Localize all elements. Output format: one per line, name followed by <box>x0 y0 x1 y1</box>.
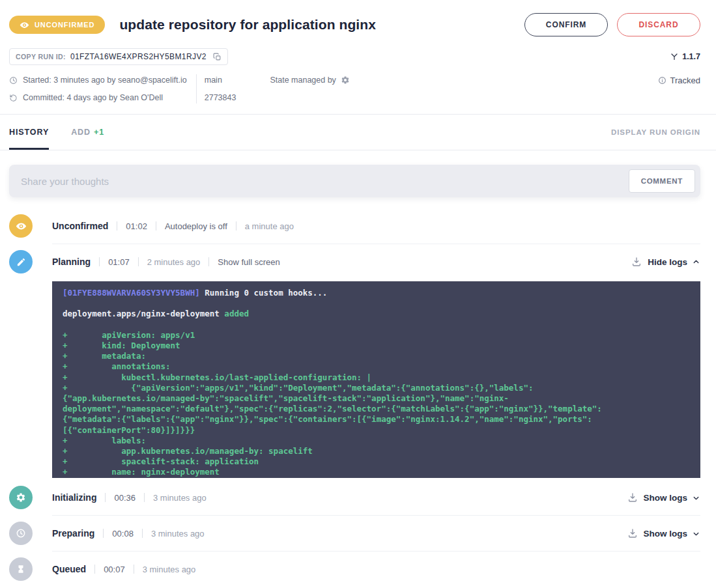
state-time-ago: 2 minutes ago <box>147 257 201 267</box>
state-duration: 01:07 <box>108 257 130 267</box>
version-tag-icon <box>670 53 678 61</box>
info-icon <box>658 76 666 85</box>
branch-column: main 2773843 <box>205 74 236 104</box>
timeline-row-planning: Planning 01:07 2 minutes ago Show full s… <box>9 250 700 273</box>
timeline-row-unconfirmed: Unconfirmed 01:02 Autodeploy is off a mi… <box>9 214 700 238</box>
committed-text: Committed: 4 days ago by Sean O'Dell <box>23 93 163 102</box>
pencil-icon <box>16 257 26 267</box>
gear-icon <box>16 492 26 503</box>
divider <box>144 493 145 502</box>
queued-state-dot <box>9 557 33 581</box>
download-logs-icon[interactable] <box>627 492 638 503</box>
chevron-down-icon <box>692 494 700 502</box>
runner-version: 1.1.7 <box>670 52 700 61</box>
status-badge-label: UNCONFIRMED <box>35 21 94 29</box>
page-title: update repository for application nginx <box>119 17 514 33</box>
divider <box>117 221 117 231</box>
preparing-state-dot <box>9 522 33 545</box>
run-meta: Started: 3 minutes ago by seano@spacelif… <box>0 74 716 104</box>
tab-add[interactable]: ADD +1 <box>71 115 104 150</box>
divider <box>236 221 236 231</box>
run-header: UNCONFIRMED update repository for applic… <box>0 0 716 36</box>
tab-history-label: HISTORY <box>9 128 49 137</box>
status-badge: UNCONFIRMED <box>9 16 105 34</box>
header-actions: CONFIRM DISCARD <box>524 13 700 36</box>
copy-icon <box>211 53 222 61</box>
branch-name: main <box>205 76 222 85</box>
state-time-ago: 3 minutes ago <box>151 529 205 539</box>
started-text: Started: 3 minutes ago by seano@spacelif… <box>23 76 187 85</box>
copy-run-id-button[interactable]: COPY RUN ID: 01FZTA16WE4XPRS2HY5BM1RJV2 <box>9 48 228 65</box>
state-time-ago: a minute ago <box>245 221 294 231</box>
divider <box>156 221 156 231</box>
timeline-row-queued: Queued 00:07 3 minutes ago <box>9 557 700 581</box>
copy-run-id-label: COPY RUN ID: <box>16 53 66 61</box>
run-detail-page: UNCONFIRMED update repository for applic… <box>0 0 716 588</box>
download-logs-icon[interactable] <box>627 528 638 539</box>
state-managed-by-label: State managed by <box>270 76 336 85</box>
history-icon <box>9 94 18 102</box>
hide-logs-toggle[interactable]: Hide logs <box>648 257 700 267</box>
committed-line: Committed: 4 days ago by Sean O'Dell <box>9 92 187 104</box>
run-times: Started: 3 minutes ago by seano@spacelif… <box>9 74 187 104</box>
divider <box>103 529 104 538</box>
clock-icon <box>9 76 18 85</box>
state-managed-by: State managed by <box>270 74 349 86</box>
state-label: Preparing <box>52 528 94 539</box>
started-line: Started: 3 minutes ago by seano@spacelif… <box>9 74 187 86</box>
run-timeline: Unconfirmed 01:02 Autodeploy is off a mi… <box>0 214 716 581</box>
chevron-up-icon <box>692 258 700 266</box>
show-logs-toggle[interactable]: Show logs <box>644 529 701 539</box>
state-duration: 00:08 <box>112 529 134 539</box>
planning-state-dot <box>9 250 33 273</box>
eye-icon <box>16 221 27 232</box>
timeline-divider <box>52 515 700 516</box>
download-logs-icon[interactable] <box>631 257 642 267</box>
initializing-state-dot <box>9 486 33 509</box>
run-id-value: 01FZTA16WE4XPRS2HY5BM1RJV2 <box>70 52 207 61</box>
comment-section: COMMENT <box>0 165 716 197</box>
toggle-label: Show logs <box>644 493 688 503</box>
timeline-divider <box>52 244 700 244</box>
state-duration: 00:36 <box>114 493 136 503</box>
chevron-down-icon <box>692 529 700 538</box>
version-value: 1.1.7 <box>682 52 700 61</box>
toggle-label: Show logs <box>644 529 688 539</box>
state-label: Planning <box>52 257 91 267</box>
gear-icon <box>341 76 350 85</box>
divider <box>208 257 209 266</box>
meta-divider <box>196 74 197 104</box>
confirm-button[interactable]: CONFIRM <box>524 13 608 36</box>
show-full-screen-link[interactable]: Show full screen <box>218 257 279 267</box>
comment-button[interactable]: COMMENT <box>629 169 695 193</box>
state-duration: 00:07 <box>104 565 125 574</box>
tab-add-count: +1 <box>94 128 104 137</box>
show-logs-toggle[interactable]: Show logs <box>644 493 701 503</box>
divider <box>105 493 106 502</box>
divider <box>99 257 100 266</box>
tracked-indicator: Tracked <box>658 74 700 86</box>
state-label: Initializing <box>52 492 96 503</box>
state-note: Autodeploy is off <box>165 221 227 231</box>
divider <box>94 565 95 574</box>
divider <box>134 565 134 574</box>
state-label: Queued <box>52 564 86 574</box>
log-console[interactable]: [01FYE888WVARVA60SY3YVY5BWH] Running 0 c… <box>52 281 700 478</box>
timeline-divider <box>52 551 700 552</box>
commit-sha[interactable]: 2773843 <box>205 93 236 102</box>
tab-bar: HISTORY ADD +1 DISPLAY RUN ORIGIN <box>0 115 716 150</box>
tab-history[interactable]: HISTORY <box>9 115 49 150</box>
divider <box>138 257 139 266</box>
hourglass-icon <box>16 565 25 574</box>
tracked-label: Tracked <box>670 76 700 85</box>
comment-input[interactable] <box>12 165 629 197</box>
discard-button[interactable]: DISCARD <box>617 13 700 36</box>
display-run-origin-button[interactable]: DISPLAY RUN ORIGIN <box>611 128 700 136</box>
timeline-row-preparing: Preparing 00:08 3 minutes ago Show logs <box>9 522 700 545</box>
state-time-ago: 3 minutes ago <box>143 565 196 574</box>
eye-icon <box>20 20 29 30</box>
comment-box: COMMENT <box>9 165 700 197</box>
unconfirmed-state-dot <box>9 214 33 238</box>
divider <box>142 529 143 538</box>
tab-add-label: ADD <box>71 128 91 137</box>
